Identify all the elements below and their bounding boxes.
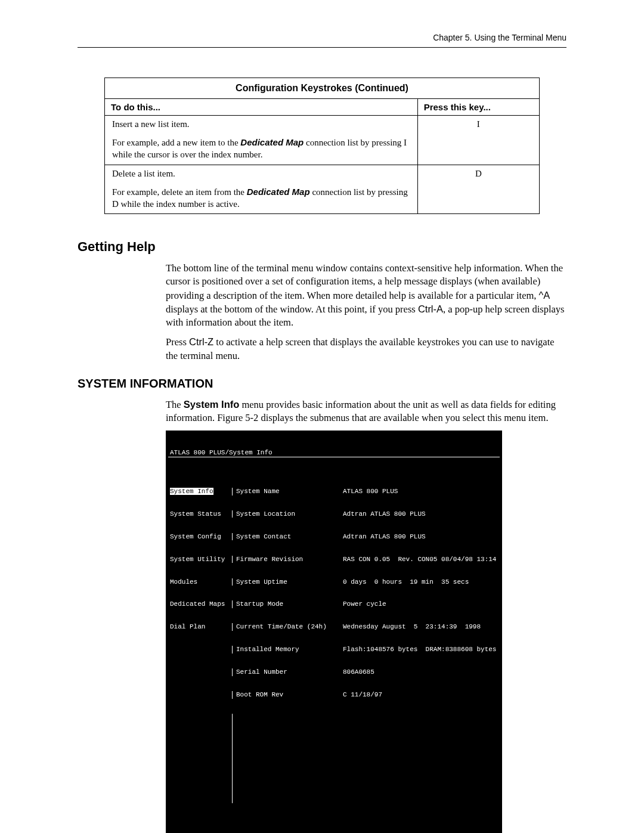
help-paragraph-2: Press Ctrl-Z to activate a help screen t…: [166, 335, 566, 363]
table-row-example: For example, delete an item from the Ded…: [105, 182, 539, 214]
key-cell-empty: [417, 133, 539, 165]
terminal-screenshot: ATLAS 800 PLUS/System Info System InfoSy…: [166, 431, 502, 833]
col-header-action: To do this...: [105, 99, 417, 116]
keystrokes-table: Configuration Keystrokes (Continued) To …: [104, 78, 540, 214]
terminal-title: ATLAS 800 PLUS/System Info: [168, 448, 500, 458]
table-row: Delete a list item. D: [105, 165, 539, 182]
header-rule: [78, 47, 566, 48]
key-cell: I: [417, 116, 539, 134]
system-information-heading: SYSTEM INFORMATION: [78, 377, 566, 391]
help-paragraph-1: The bottom line of the terminal menu win…: [166, 262, 566, 329]
sysinfo-paragraph: The System Info menu provides basic info…: [166, 398, 566, 425]
example-cell: For example, delete an item from the Ded…: [105, 182, 417, 214]
getting-help-heading: Getting Help: [78, 239, 566, 255]
terminal-menu-item: Dedicated Maps: [168, 600, 233, 608]
table-row: Insert a new list item. I: [105, 116, 539, 134]
terminal-menu-item: System Utility: [168, 556, 233, 563]
action-cell: Insert a new list item.: [105, 116, 417, 134]
col-header-key: Press this key...: [417, 99, 539, 116]
chapter-header: Chapter 5. Using the Terminal Menu: [78, 33, 566, 42]
example-cell: For example, add a new item to the Dedic…: [105, 133, 417, 165]
table-header-row: To do this... Press this key...: [105, 99, 539, 116]
action-cell: Delete a list item.: [105, 165, 417, 182]
key-cell-empty: [417, 182, 539, 214]
terminal-menu-item: Modules: [168, 578, 233, 586]
key-cell: D: [417, 165, 539, 182]
terminal-menu-item: System Info: [170, 488, 213, 495]
table-row-example: For example, add a new item to the Dedic…: [105, 133, 539, 165]
terminal-menu-item: Dial Plan: [168, 623, 233, 631]
terminal-menu-item: System Status: [168, 510, 233, 518]
table-title: Configuration Keystrokes (Continued): [105, 78, 539, 98]
terminal-menu-item: System Config: [168, 533, 233, 541]
